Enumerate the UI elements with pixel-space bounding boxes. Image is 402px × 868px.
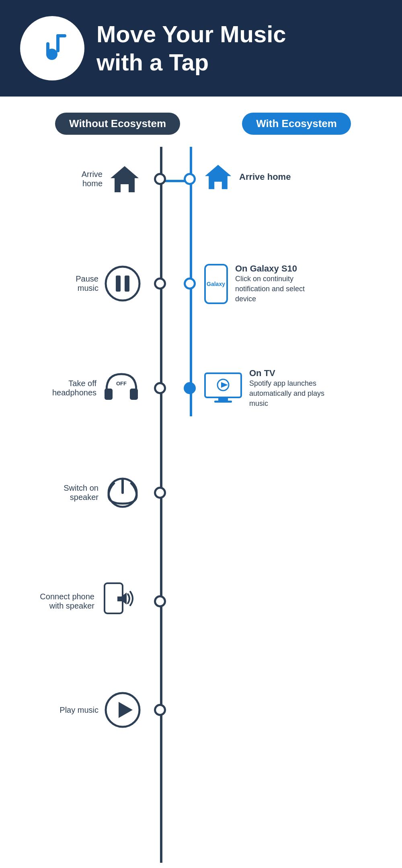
- step-connect-phone: Connect phone with speaker: [24, 565, 378, 638]
- tv-icon-right: [203, 372, 243, 405]
- music-note-icon: [34, 30, 70, 66]
- step-arrive-home: Arrive home Arrive home: [24, 147, 378, 211]
- column-labels: Without Ecosystem With Ecosystem: [24, 113, 378, 135]
- svg-rect-7: [116, 276, 121, 292]
- music-icon-circle: [20, 16, 84, 80]
- step-tv-right: On TV Spotify app launches automatically…: [203, 368, 402, 409]
- step-switch-left: Switch on speaker: [24, 475, 149, 511]
- svg-rect-8: [125, 276, 129, 292]
- step-connect-left: Connect phone with speaker: [24, 581, 149, 621]
- step-play-left: Play music: [24, 692, 149, 728]
- with-ecosystem-label: With Ecosystem: [242, 113, 351, 135]
- svg-rect-15: [218, 397, 228, 401]
- step-play-music: Play music: [24, 678, 378, 742]
- svg-rect-16: [214, 401, 232, 403]
- play-icon-left: [105, 692, 141, 728]
- node-pause-left: [154, 278, 166, 290]
- node-arrive-home-left: [154, 173, 166, 185]
- spacer-5: [24, 638, 378, 678]
- step-pause-music: Pause music Galaxy: [24, 251, 378, 316]
- node-headphones-right: [184, 382, 196, 394]
- phone-icon-right: Galaxy: [203, 264, 229, 304]
- spacer-2: [24, 316, 378, 356]
- tv-text: On TV Spotify app launches automatically…: [249, 368, 330, 409]
- svg-rect-23: [117, 596, 122, 601]
- svg-text:Galaxy: Galaxy: [207, 281, 225, 287]
- svg-marker-18: [221, 382, 228, 388]
- phone-speaker-icon-left: [100, 581, 141, 621]
- step-pause-left: Pause music: [24, 265, 149, 302]
- spacer-3: [24, 420, 378, 461]
- step-play-text: Play music: [59, 706, 98, 715]
- node-arrive-home-right: [184, 173, 196, 185]
- svg-rect-12: [130, 389, 138, 400]
- header: Move Your Music with a Tap: [0, 0, 402, 97]
- node-pause-right: [184, 278, 196, 290]
- svg-text:OFF: OFF: [116, 381, 127, 387]
- main-content: Without Ecosystem With Ecosystem Arrive …: [0, 97, 402, 868]
- node-headphones-left: [154, 382, 166, 394]
- svg-rect-3: [46, 42, 49, 55]
- step-headphones: Take off headphones OFF: [24, 356, 378, 420]
- arrive-home-right-text: Arrive home: [239, 172, 291, 182]
- step-connect-text: Connect phone with speaker: [40, 592, 94, 611]
- step-pause-text: Pause music: [76, 274, 98, 293]
- step-arrive-home-text: Arrive home: [82, 170, 103, 188]
- step-switch-speaker: Switch on speaker: [24, 461, 378, 525]
- svg-rect-1: [56, 34, 59, 52]
- step-switch-text: Switch on speaker: [64, 483, 98, 502]
- spacer-1: [24, 211, 378, 251]
- step-arrive-home-left: Arrive home: [24, 164, 149, 194]
- headphones-icon-left: OFF: [103, 370, 141, 406]
- left-timeline-line: [160, 147, 162, 863]
- without-ecosystem-label: Without Ecosystem: [55, 113, 180, 135]
- home-icon-right: [203, 163, 233, 191]
- node-connect-left: [154, 595, 166, 607]
- svg-point-6: [106, 267, 139, 300]
- svg-marker-5: [205, 165, 231, 189]
- step-headphones-left: Take off headphones OFF: [24, 370, 149, 406]
- timeline-container: Arrive home Arrive home: [24, 147, 378, 863]
- galaxy-s10-text: On Galaxy S10 Click on continuity notifi…: [235, 263, 324, 304]
- node-play-left: [154, 704, 166, 716]
- step-arrive-home-right: Arrive home: [203, 163, 402, 191]
- node-switch-left: [154, 487, 166, 499]
- power-icon-left: [105, 475, 141, 511]
- svg-marker-4: [111, 166, 139, 192]
- pause-icon-left: [105, 265, 141, 302]
- svg-marker-25: [119, 702, 133, 718]
- home-icon-left: [109, 164, 141, 194]
- header-title: Move Your Music with a Tap: [96, 20, 286, 76]
- step-galaxy-right: Galaxy On Galaxy S10 Click on continuity…: [203, 263, 402, 304]
- step-headphones-text: Take off headphones: [52, 379, 96, 397]
- svg-rect-11: [105, 389, 113, 400]
- spacer-4: [24, 525, 378, 565]
